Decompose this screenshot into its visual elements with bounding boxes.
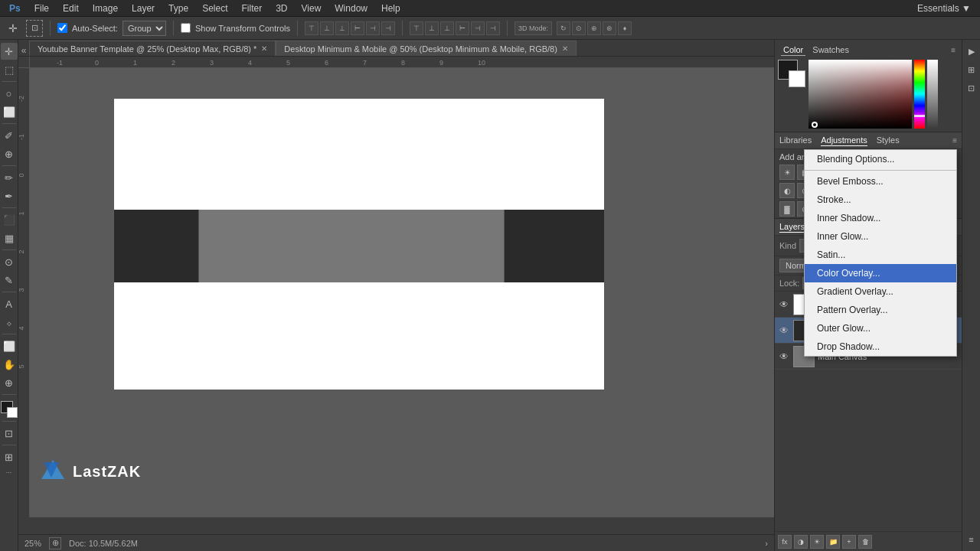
eraser-tool[interactable]: ⬛ — [1, 211, 18, 228]
layer-new[interactable]: + — [842, 535, 856, 549]
ctx-gradient-overlay[interactable]: Gradient Overlay... — [805, 282, 956, 301]
transform-icon[interactable]: ⊡ — [26, 20, 43, 37]
lasso-tool[interactable]: ○ — [1, 85, 18, 102]
menu-edit[interactable]: Edit — [57, 2, 85, 15]
adjustments-menu[interactable]: ≡ — [952, 136, 957, 145]
menu-select[interactable]: Select — [196, 2, 234, 15]
align-left[interactable]: ⊢ — [351, 21, 364, 35]
tab-adjustments[interactable]: Adjustments — [821, 135, 867, 146]
tab-color[interactable]: Color — [781, 44, 805, 56]
tab-desktop-min[interactable]: Desktop Minimum & Mobile @ 50% (Desktop … — [276, 41, 577, 56]
right-icon-3[interactable]: ⊡ — [963, 80, 980, 96]
right-icon-2[interactable]: ⊞ — [963, 61, 980, 78]
3d5[interactable]: ♦ — [618, 21, 632, 35]
adj-brightness[interactable]: ☀ — [779, 165, 795, 180]
menu-filter[interactable]: Filter — [235, 2, 268, 15]
3d2[interactable]: ⊙ — [572, 21, 586, 35]
selection-tool[interactable]: ⬚ — [1, 61, 18, 78]
dodge-tool[interactable]: ⊙ — [1, 253, 18, 270]
dist5[interactable]: ⊣ — [471, 21, 485, 35]
layer-adj-new[interactable]: ☀ — [810, 535, 824, 549]
shape-tool[interactable]: ⬜ — [1, 337, 18, 354]
tab-styles[interactable]: Styles — [877, 135, 900, 146]
color-gradient[interactable] — [808, 60, 912, 129]
layer-eye-3[interactable]: 👁 — [778, 350, 790, 363]
layer-fx[interactable]: fx — [778, 535, 792, 549]
ctx-stroke[interactable]: Stroke... — [805, 191, 956, 209]
ctx-color-overlay[interactable]: Color Overlay... — [805, 264, 956, 282]
dist4[interactable]: ⊢ — [456, 21, 469, 35]
zoom-tool[interactable]: ⊕ — [1, 374, 18, 391]
menu-type[interactable]: Type — [162, 2, 194, 15]
fg-bg-swatch[interactable] — [778, 60, 805, 87]
type-tool[interactable]: A — [1, 295, 18, 312]
auto-select-dropdown[interactable]: Group Layer — [122, 21, 166, 36]
move-tool-icon[interactable]: ✛ — [5, 20, 21, 37]
color-spectrum[interactable] — [914, 60, 925, 129]
panel-toggle[interactable]: « — [18, 45, 29, 56]
quick-mask[interactable]: ⊡ — [1, 425, 18, 442]
more-tools[interactable]: ... — [6, 467, 12, 474]
pen-tool[interactable]: ✎ — [1, 272, 18, 289]
healing-tool[interactable]: ⊕ — [1, 145, 18, 162]
move-tool[interactable]: ✛ — [1, 43, 18, 60]
adj-bw[interactable]: ◐ — [779, 183, 795, 198]
auto-select-checkbox[interactable] — [57, 23, 67, 33]
hand-tool[interactable]: ✋ — [1, 356, 18, 373]
align-bottom[interactable]: ⊥ — [335, 21, 349, 35]
tab-swatches[interactable]: Swatches — [810, 44, 851, 56]
opacity-gradient[interactable] — [927, 60, 938, 129]
path-tool[interactable]: ⬦ — [1, 314, 18, 331]
tab-close-youtube[interactable]: ✕ — [261, 44, 267, 53]
dist6[interactable]: ⊣ — [486, 21, 500, 35]
layer-group[interactable]: 📁 — [826, 535, 840, 549]
bg-color[interactable] — [789, 70, 805, 87]
show-transform-checkbox[interactable] — [181, 23, 191, 33]
menu-layer[interactable]: Layer — [126, 2, 161, 15]
gradient-tool[interactable]: ▦ — [1, 230, 18, 246]
tab-libraries[interactable]: Libraries — [779, 135, 812, 146]
layer-eye-2[interactable]: 👁 — [778, 324, 790, 337]
ctx-inner-glow[interactable]: Inner Glow... — [805, 227, 956, 246]
adj-gradientmap[interactable]: ▓ — [779, 201, 795, 217]
menu-help[interactable]: Help — [375, 2, 407, 15]
ctx-pattern-overlay[interactable]: Pattern Overlay... — [805, 301, 956, 319]
ctx-drop-shadow[interactable]: Drop Shadow... — [805, 337, 956, 356]
align-right[interactable]: ⊣ — [381, 21, 395, 35]
ps-logo[interactable]: Ps — [3, 2, 27, 15]
color-panel-menu[interactable]: ≡ — [951, 46, 956, 54]
canvas-workspace[interactable]: LastZAK — [30, 68, 774, 517]
align-hcenter[interactable]: ⊣ — [366, 21, 380, 35]
ctx-blending-options[interactable]: Blending Options... — [805, 150, 956, 168]
layer-eye-1[interactable]: 👁 — [778, 298, 790, 311]
menu-window[interactable]: Window — [328, 2, 374, 15]
align-top[interactable]: ⊤ — [305, 21, 318, 35]
tab-close-desktop[interactable]: ✕ — [562, 44, 568, 53]
zoom-icon[interactable]: ⊕ — [49, 537, 61, 549]
fg-bg-colors[interactable] — [1, 401, 18, 418]
menu-file[interactable]: File — [28, 2, 55, 15]
eyedropper-tool[interactable]: ✐ — [1, 127, 18, 144]
tab-layers[interactable]: Layers — [779, 221, 805, 233]
menu-view[interactable]: View — [296, 2, 328, 15]
3d-mode[interactable]: 3D Mode: — [514, 21, 552, 35]
menu-image[interactable]: Image — [87, 2, 124, 15]
ctx-satin[interactable]: Satin... — [805, 246, 956, 264]
dist3[interactable]: ⊥ — [440, 21, 454, 35]
dist2[interactable]: ⊥ — [425, 21, 439, 35]
3d4[interactable]: ⊛ — [603, 21, 616, 35]
brush-tool[interactable]: ✏ — [1, 169, 18, 186]
layer-delete[interactable]: 🗑 — [858, 535, 872, 549]
dist1[interactable]: ⊤ — [410, 21, 423, 35]
ctx-bevel-emboss[interactable]: Bevel Emboss... — [805, 172, 956, 191]
more-arrow[interactable]: › — [765, 539, 768, 548]
3d3[interactable]: ⊕ — [587, 21, 601, 35]
align-vcenter[interactable]: ⊥ — [320, 21, 334, 35]
layer-mask[interactable]: ◑ — [794, 535, 808, 549]
crop-tool[interactable]: ⬜ — [1, 103, 18, 120]
clone-tool[interactable]: ✒ — [1, 187, 18, 204]
right-icon-1[interactable]: ▶ — [963, 43, 980, 60]
right-icon-bottom[interactable]: ≡ — [963, 531, 980, 548]
menu-3d[interactable]: 3D — [270, 2, 293, 15]
ctx-inner-shadow[interactable]: Inner Shadow... — [805, 209, 956, 227]
